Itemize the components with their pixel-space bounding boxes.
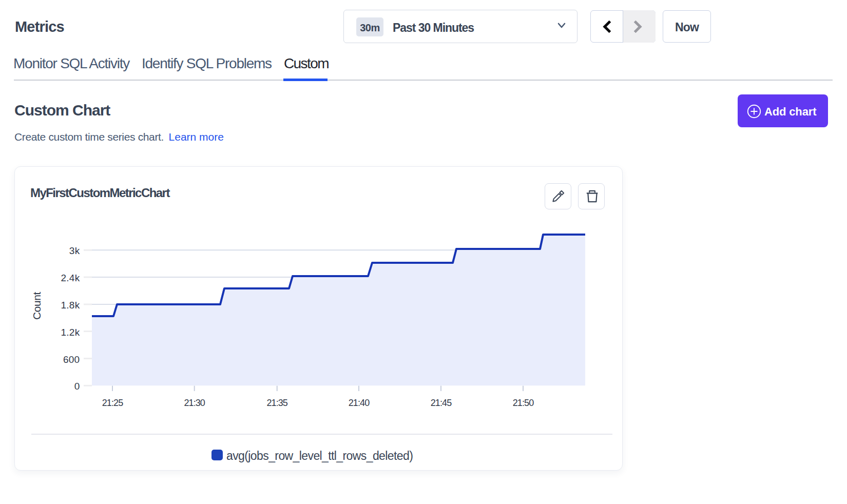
svg-text:2.4k: 2.4k (61, 273, 80, 283)
svg-text:3k: 3k (69, 245, 80, 256)
svg-text:Count: Count (31, 292, 43, 320)
svg-text:21:45: 21:45 (431, 398, 452, 408)
svg-text:0: 0 (74, 381, 80, 392)
svg-text:1.8k: 1.8k (61, 300, 80, 311)
svg-text:1.2k: 1.2k (61, 327, 80, 338)
svg-text:21:35: 21:35 (266, 398, 287, 408)
svg-text:21:50: 21:50 (513, 398, 534, 408)
svg-text:21:40: 21:40 (349, 398, 370, 408)
svg-text:21:30: 21:30 (184, 398, 205, 408)
svg-text:21:25: 21:25 (102, 398, 123, 408)
svg-text:600: 600 (63, 354, 80, 365)
